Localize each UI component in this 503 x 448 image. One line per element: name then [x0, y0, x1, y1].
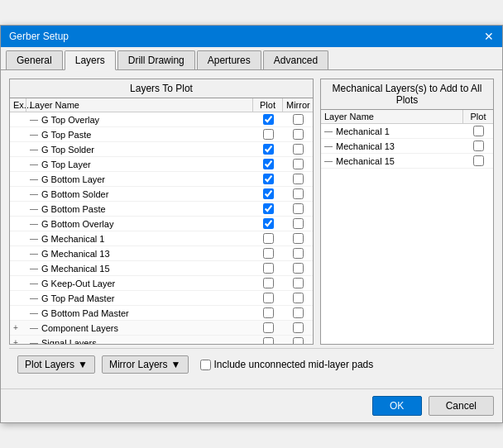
tab-general[interactable]: General [6, 50, 63, 69]
plot-cell[interactable] [463, 125, 493, 137]
plot-cell[interactable] [253, 277, 283, 289]
plot-checkbox[interactable] [263, 293, 274, 303]
ex-cell[interactable]: + [10, 322, 26, 333]
plot-cell[interactable] [253, 322, 283, 334]
mirror-checkbox[interactable] [293, 114, 304, 125]
plot-checkbox[interactable] [263, 188, 274, 199]
plot-cell[interactable] [253, 336, 283, 344]
plot-checkbox[interactable] [263, 218, 274, 229]
mirror-cell[interactable] [283, 277, 313, 289]
plot-checkbox[interactable] [263, 337, 274, 344]
mirror-checkbox[interactable] [293, 337, 304, 344]
mirror-checkbox[interactable] [293, 159, 304, 169]
plot-checkbox[interactable] [263, 159, 274, 169]
plot-cell[interactable] [253, 113, 283, 126]
plot-checkbox[interactable] [263, 203, 274, 214]
table-row: —G Bottom Overlay [10, 217, 313, 231]
mirror-layers-button[interactable]: Mirror Layers ▼ [102, 355, 189, 374]
plot-checkbox[interactable] [473, 126, 484, 136]
plot-cell[interactable] [253, 173, 283, 185]
left-table-header: Ex... Layer Name Plot Mirror [10, 98, 313, 112]
mirror-checkbox[interactable] [293, 144, 304, 155]
plot-cell[interactable] [253, 143, 283, 155]
mirror-checkbox[interactable] [293, 293, 304, 303]
mirror-cell[interactable] [283, 173, 313, 185]
cancel-button[interactable]: Cancel [429, 396, 494, 416]
mirror-cell[interactable] [283, 232, 313, 245]
mirror-cell[interactable] [283, 322, 313, 334]
plot-cell[interactable] [253, 217, 283, 230]
mirror-checkbox[interactable] [293, 278, 304, 288]
plot-cell[interactable] [253, 262, 283, 274]
dropdown-arrow-icon: ▼ [78, 359, 88, 370]
mirror-cell[interactable] [283, 158, 313, 170]
plot-cell[interactable] [253, 128, 283, 141]
plot-checkbox[interactable] [263, 263, 274, 274]
plot-cell[interactable] [463, 140, 493, 152]
plot-cell[interactable] [253, 232, 283, 245]
mirror-cell[interactable] [283, 217, 313, 230]
ex-cell[interactable]: + [10, 337, 26, 344]
include-checkbox[interactable] [200, 360, 211, 370]
tab-drill-drawing[interactable]: Drill Drawing [117, 50, 195, 69]
layer-name-cell: —G Bottom Pad Master [26, 307, 253, 319]
plot-checkbox[interactable] [263, 174, 274, 184]
dash-icon: — [30, 130, 38, 139]
dash-icon: — [30, 323, 38, 332]
mirror-cell[interactable] [283, 143, 313, 155]
plot-checkbox[interactable] [263, 248, 274, 259]
mirror-checkbox[interactable] [293, 307, 304, 318]
plot-cell[interactable] [253, 307, 283, 319]
mirror-cell[interactable] [283, 336, 313, 344]
mirror-checkbox[interactable] [293, 263, 304, 274]
left-panel-header: Layers To Plot [10, 79, 313, 98]
plot-checkbox[interactable] [263, 322, 274, 333]
mirror-checkbox[interactable] [293, 203, 304, 214]
plot-checkbox[interactable] [263, 144, 274, 155]
mirror-cell[interactable] [283, 247, 313, 260]
plot-checkbox[interactable] [263, 114, 274, 125]
mirror-cell[interactable] [283, 128, 313, 141]
mirror-checkbox[interactable] [293, 129, 304, 140]
tab-layers[interactable]: Layers [65, 50, 116, 70]
plot-checkbox[interactable] [473, 141, 484, 151]
plot-checkbox[interactable] [263, 307, 274, 318]
layer-name-cell: —G Top Layer [26, 159, 253, 170]
ex-cell [10, 208, 26, 210]
mirror-checkbox[interactable] [293, 188, 304, 199]
close-button[interactable]: ✕ [484, 31, 494, 42]
mirror-cell[interactable] [283, 113, 313, 126]
mirror-checkbox[interactable] [293, 233, 304, 244]
plot-checkbox[interactable] [473, 155, 484, 166]
mirror-cell[interactable] [283, 307, 313, 319]
plot-cell[interactable] [253, 247, 283, 260]
plot-cell[interactable] [253, 203, 283, 215]
mirror-cell[interactable] [283, 292, 313, 304]
tab-apertures[interactable]: Apertures [197, 50, 261, 69]
tab-advanced[interactable]: Advanced [263, 50, 328, 69]
plot-cell[interactable] [253, 292, 283, 304]
plot-layers-button[interactable]: Plot Layers ▼ [17, 355, 95, 374]
mirror-checkbox[interactable] [293, 174, 304, 184]
include-label[interactable]: Include unconnected mid-layer pads [200, 359, 374, 370]
mirror-checkbox[interactable] [293, 248, 304, 259]
panels-row: Layers To Plot Ex... Layer Name Plot Mir… [9, 79, 494, 345]
mirror-checkbox[interactable] [293, 218, 304, 229]
mirror-cell[interactable] [283, 188, 313, 200]
plot-checkbox[interactable] [263, 233, 274, 244]
plot-cell[interactable] [253, 188, 283, 200]
dash-icon: — [324, 126, 333, 136]
plot-cell[interactable] [463, 155, 493, 167]
plot-checkbox[interactable] [263, 278, 274, 288]
mirror-cell[interactable] [283, 203, 313, 215]
plot-cell[interactable] [253, 158, 283, 170]
plot-checkbox[interactable] [263, 129, 274, 140]
ex-cell [10, 149, 26, 150]
ex-cell [10, 238, 26, 240]
dash-icon: — [30, 234, 38, 243]
mirror-checkbox[interactable] [293, 322, 304, 333]
dialog-content: Layers To Plot Ex... Layer Name Plot Mir… [1, 70, 502, 388]
ok-button[interactable]: OK [372, 396, 422, 416]
table-row: —G Top Solder [10, 142, 313, 157]
mirror-cell[interactable] [283, 262, 313, 274]
